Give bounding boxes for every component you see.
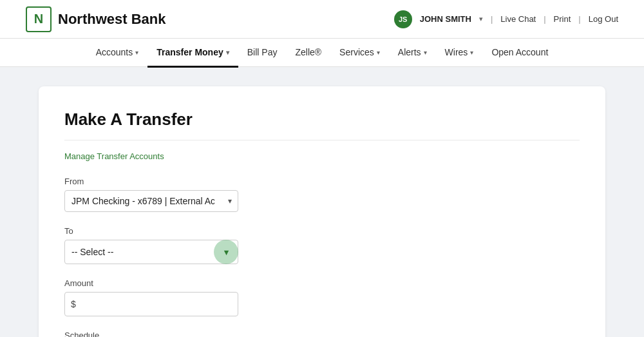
nav-label-transfer-money: Transfer Money [156, 47, 223, 57]
accounts-chevron-icon: ▾ [135, 49, 138, 56]
nav-label-bill-pay: Bill Pay [247, 47, 278, 57]
from-select[interactable]: JPM Checking - x6789 | External Account … [64, 190, 238, 212]
services-chevron-icon: ▾ [377, 49, 380, 56]
nav-item-bill-pay[interactable]: Bill Pay [238, 39, 287, 68]
to-select[interactable]: -- Select -- Savings - x1234 Checking - … [64, 240, 238, 264]
wires-chevron-icon: ▾ [470, 49, 473, 56]
amount-input[interactable] [64, 292, 238, 316]
nav-item-zelle[interactable]: Zelle® [286, 39, 330, 68]
schedule-label: Schedule [64, 331, 580, 337]
nav-item-wires[interactable]: Wires ▾ [436, 39, 483, 68]
divider-3: | [578, 14, 580, 24]
from-select-wrapper: JPM Checking - x6789 | External Account … [64, 190, 238, 212]
nav-item-open-account[interactable]: Open Account [482, 39, 557, 68]
manage-transfer-accounts-link[interactable]: Manage Transfer Accounts [64, 151, 164, 161]
print-link[interactable]: Print [554, 14, 571, 24]
amount-group: Amount $ [64, 278, 580, 316]
username-chevron[interactable]: ▾ [479, 15, 483, 23]
logout-link[interactable]: Log Out [589, 14, 618, 24]
nav-label-alerts: Alerts [398, 47, 421, 57]
main-nav: Accounts ▾ Transfer Money ▾ Bill Pay Zel… [0, 39, 644, 67]
main-content: Make A Transfer Manage Transfer Accounts… [0, 67, 644, 337]
nav-label-services: Services [339, 47, 374, 57]
to-label: To [64, 226, 580, 236]
username[interactable]: JOHN SMITH [420, 14, 471, 24]
nav-label-accounts: Accounts [96, 47, 133, 57]
nav-item-services[interactable]: Services ▾ [330, 39, 389, 68]
logo-icon: N [26, 6, 52, 32]
to-group: To -- Select -- Savings - x1234 Checking… [64, 226, 580, 264]
nav-label-zelle: Zelle® [295, 47, 321, 57]
nav-item-accounts[interactable]: Accounts ▾ [87, 39, 148, 68]
header: N Northwest Bank JS JOHN SMITH ▾ | Live … [0, 0, 644, 39]
nav-item-transfer-money[interactable]: Transfer Money ▾ [147, 39, 238, 68]
to-select-wrapper: -- Select -- Savings - x1234 Checking - … [64, 240, 238, 264]
from-label: From [64, 177, 580, 186]
transfer-money-chevron-icon: ▾ [226, 49, 229, 56]
title-divider [64, 140, 580, 140]
logo-letter: N [34, 12, 43, 26]
amount-label: Amount [64, 278, 580, 288]
schedule-group: Schedule Immediate (One Time) Scheduled … [64, 331, 580, 337]
amount-wrapper: $ [64, 292, 238, 316]
user-avatar: JS [394, 10, 412, 28]
from-group: From JPM Checking - x6789 | External Acc… [64, 177, 580, 212]
page-title: Make A Transfer [64, 110, 580, 130]
nav-label-open-account: Open Account [491, 47, 548, 57]
live-chat-link[interactable]: Live Chat [500, 14, 536, 24]
header-right: JS JOHN SMITH ▾ | Live Chat | Print | Lo… [394, 10, 618, 28]
alerts-chevron-icon: ▾ [424, 49, 427, 56]
logo-area: N Northwest Bank [26, 6, 166, 32]
divider-2: | [544, 14, 545, 24]
divider-1: | [491, 14, 493, 24]
nav-label-wires: Wires [445, 47, 468, 57]
nav-item-alerts[interactable]: Alerts ▾ [389, 39, 436, 68]
amount-prefix: $ [71, 299, 76, 309]
transfer-card: Make A Transfer Manage Transfer Accounts… [39, 86, 605, 337]
logo-text: Northwest Bank [58, 11, 166, 28]
